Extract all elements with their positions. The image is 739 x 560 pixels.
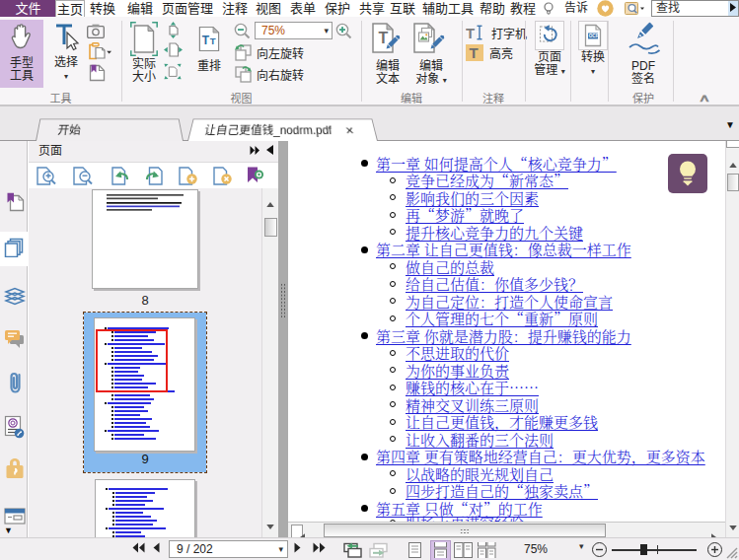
svg-text:T: T xyxy=(379,30,389,46)
svg-text:T: T xyxy=(470,44,479,61)
svg-text:T: T xyxy=(466,25,475,40)
svg-text:T: T xyxy=(210,35,216,46)
svg-text:T: T xyxy=(202,34,210,47)
svg-text:OCR: OCR xyxy=(589,34,600,38)
